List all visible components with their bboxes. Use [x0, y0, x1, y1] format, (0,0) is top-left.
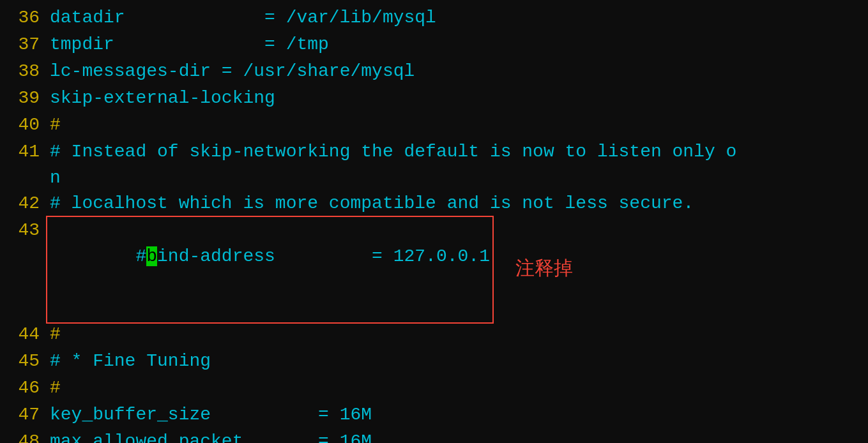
line-number: 43	[6, 218, 40, 244]
code-line-45: 45 # * Fine Tuning	[0, 349, 868, 375]
code-line-37: 37 tmpdir = /tmp	[0, 32, 868, 59]
line-number: 48	[6, 429, 40, 443]
code-line-42: 42 # localhost which is more compatible …	[0, 191, 868, 218]
line-number: 40	[6, 112, 40, 139]
code-line-47: 47 key_buffer_size = 16M	[0, 402, 868, 429]
code-line-43: 43 #bind-address = 127.0.0.1 注释掉	[0, 218, 868, 321]
line-content: # localhost which is more compatible and…	[50, 191, 862, 217]
red-box-border	[46, 216, 494, 323]
line-number: 38	[6, 59, 40, 85]
line-number: 37	[6, 32, 40, 58]
line-content: #	[50, 322, 862, 348]
line-content: skip-external-locking	[50, 86, 862, 112]
line-content: lc-messages-dir = /usr/share/mysql	[50, 59, 862, 85]
hash-char: #	[135, 246, 146, 266]
line-wrap: n	[6, 165, 862, 191]
annotation-text: 注释掉	[515, 256, 573, 284]
line-content: datadir = /var/lib/mysql	[50, 5, 862, 31]
code-line-46: 46 #	[0, 375, 868, 402]
line-content: key_buffer_size = 16M	[50, 402, 862, 428]
line-number: 39	[6, 86, 40, 112]
line-number: 46	[6, 375, 40, 402]
cursor-char: b	[146, 246, 157, 266]
line-number: 36	[6, 5, 40, 31]
line-number: 47	[6, 402, 40, 428]
line-content: #	[50, 375, 862, 402]
code-line-39: 39 skip-external-locking	[0, 86, 868, 112]
line-number: 42	[6, 191, 40, 217]
code-line-48: 48 max_allowed_packet = 16M	[0, 429, 868, 443]
code-line-40: 40 #	[0, 112, 868, 139]
line-number: 41	[6, 139, 40, 165]
code-line-41: 41 # Instead of skip-networking the defa…	[0, 139, 868, 191]
line-content: tmpdir = /tmp	[50, 32, 862, 58]
code-line-38: 38 lc-messages-dir = /usr/share/mysql	[0, 59, 868, 86]
code-viewer: 36 datadir = /var/lib/mysql 37 tmpdir = …	[0, 0, 868, 443]
highlighted-code: #bind-address = 127.0.0.1	[50, 218, 490, 321]
line-number: 44	[6, 322, 40, 348]
code-line-44: 44 #	[0, 322, 868, 349]
line-content: max_allowed_packet = 16M	[50, 429, 862, 443]
line-number: 45	[6, 349, 40, 375]
code-line-36: 36 datadir = /var/lib/mysql	[0, 5, 868, 32]
line-content: #bind-address = 127.0.0.1 注释掉	[50, 218, 862, 321]
rest-of-line: ind-address = 127.0.0.1	[157, 246, 490, 266]
line-content: # * Fine Tuning	[50, 349, 862, 375]
line-content: #	[50, 112, 862, 139]
line-content: # Instead of skip-networking the default…	[50, 139, 862, 165]
